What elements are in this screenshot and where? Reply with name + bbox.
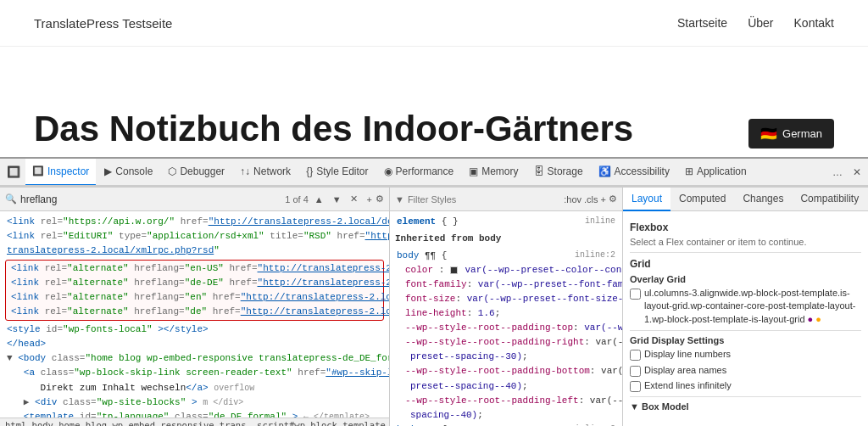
html-line: <link rel="EditURI" type="application/rs…: [5, 229, 384, 244]
devtools-container: 🔲 🔲 Inspector ▶ Console ⬡ Debugger ↑↓ Ne…: [0, 157, 868, 426]
css-prop-line: font-family: var(--wp--preset--font-fami…: [395, 277, 617, 292]
css-prop-line: font-size: var(--wp--preset--font-size--…: [395, 292, 617, 306]
css-plus-button[interactable]: +: [601, 194, 606, 205]
tab-application[interactable]: ⊞ Application: [678, 159, 754, 186]
overlay-grid-title: Overlay Grid: [630, 274, 861, 284]
devtools-toolbar: 🔲 🔲 Inspector ▶ Console ⬡ Debugger ↑↓ Ne…: [0, 159, 868, 186]
html-content: <link rel="https://api.w.org/" href="htt…: [0, 211, 389, 418]
css-prop-line: preset--spacing--30);: [395, 350, 617, 364]
display-area-names-label: Display area names: [644, 364, 726, 377]
css-prop-line: spacing--40);: [395, 408, 617, 423]
grid-title: Grid: [630, 258, 861, 270]
tab-memory[interactable]: ▣ Memory: [462, 159, 525, 186]
search-prev-button[interactable]: ▲: [312, 193, 326, 205]
tab-console[interactable]: ▶ Console: [97, 159, 159, 186]
css-toolbar: ▼ :hov .cls + ⚙: [390, 188, 622, 211]
search-next-button[interactable]: ▼: [330, 193, 344, 205]
purple-dot-icon: ●: [808, 314, 814, 324]
hreflang-highlight-box: <link rel="alternate" hreflang="en-US" h…: [5, 260, 384, 321]
tab-inspector[interactable]: 🔲 Inspector: [25, 159, 96, 186]
html-line: ▶ <div class="wp-site-blocks" > m </div>: [5, 395, 384, 410]
search-close-button[interactable]: ✕: [348, 193, 360, 205]
html-line: translatepress-2.local/xmlrpc.php?rsd": [5, 244, 384, 258]
german-flag-icon: 🇩🇪: [760, 126, 777, 142]
right-panel-tabs: Layout Computed Changes Compatibility F: [623, 188, 868, 211]
overlay-grid-item: ul.columns-3.alignwide.wp-block-post-tem…: [630, 287, 861, 326]
css-line: body ¶¶ { inline:2: [395, 249, 617, 263]
devtools-toolbar-right: … ✕: [829, 165, 865, 180]
css-settings-icon[interactable]: ⚙: [609, 193, 617, 205]
css-cls-button[interactable]: .cls: [584, 194, 598, 205]
css-toolbar-icons: :hov .cls + ⚙: [564, 193, 617, 205]
css-prop-line: --wp--style--root--padding-right: var(--…: [395, 335, 617, 350]
devtools-close-button[interactable]: ✕: [849, 165, 865, 180]
css-line: body ¶¶ { inline:2: [395, 423, 617, 426]
display-line-numbers-checkbox[interactable]: [630, 350, 641, 361]
network-icon: ↑↓: [240, 165, 250, 177]
css-prop-line: color : var(--wp--preset--color--contras…: [395, 263, 617, 277]
html-line: Direkt zum Inhalt wechseln</a> overflow: [5, 381, 384, 395]
css-color-swatch[interactable]: [450, 266, 458, 274]
html-search-icon: 🔍: [5, 193, 17, 205]
tab-layout[interactable]: Layout: [623, 188, 670, 211]
overlay-grid-label: ul.columns-3.alignwide.wp-block-post-tem…: [644, 287, 861, 326]
german-label: German: [782, 127, 822, 140]
nav-startseite[interactable]: Startseite: [677, 16, 727, 30]
tab-network[interactable]: ↑↓ Network: [233, 159, 298, 186]
html-line: ▼ <body class="home blog wp-embed-respon…: [5, 351, 384, 366]
css-prop-line: --wp--style--root--padding-bottom: var(-…: [395, 364, 617, 378]
display-line-numbers-row: Display line numbers: [630, 348, 861, 361]
html-line: <style id="wp-fonts-local" ></style>: [5, 322, 384, 337]
html-search-input[interactable]: [20, 193, 281, 205]
overlay-grid-checkbox[interactable]: [630, 289, 641, 300]
css-hov-button[interactable]: :hov: [564, 194, 581, 205]
tab-debugger[interactable]: ⬡ Debugger: [161, 159, 231, 186]
display-area-names-checkbox[interactable]: [630, 366, 641, 377]
inspector-icon: 🔲: [32, 165, 44, 177]
html-toolbar-add[interactable]: +: [367, 194, 372, 205]
extend-lines-row: Extend lines infinitely: [630, 379, 861, 392]
html-search-count: 1 of 4: [285, 194, 309, 205]
html-toolbar-settings[interactable]: ⚙: [376, 193, 384, 205]
right-panel-content: Flexbox Select a Flex container or item …: [623, 211, 868, 426]
inspector-pick-icon[interactable]: 🔲: [3, 164, 24, 180]
html-line-hreflang-3: <link rel="alternate" hreflang="en" href…: [9, 290, 380, 305]
nav-kontakt[interactable]: Kontakt: [794, 16, 834, 30]
divider: [630, 330, 861, 331]
german-badge: 🇩🇪 German: [748, 119, 834, 149]
divider: [630, 396, 861, 397]
tab-style-editor[interactable]: {} Style Editor: [299, 159, 375, 186]
tab-computed[interactable]: Computed: [670, 188, 734, 211]
css-prop-line: --wp--style--root--padding-top: var(--wp…: [395, 321, 617, 335]
performance-icon: ◉: [384, 165, 392, 177]
tab-accessibility[interactable]: ♿ Accessibility: [592, 159, 676, 186]
tab-performance[interactable]: ◉ Performance: [377, 159, 461, 186]
orange-dot-icon: ●: [815, 314, 821, 324]
box-model-title: ▼ Box Model: [630, 401, 861, 412]
css-filter-input[interactable]: [408, 194, 525, 205]
panel-right: Layout Computed Changes Compatibility F …: [623, 188, 868, 426]
devtools-more-button[interactable]: …: [829, 165, 846, 180]
css-inherited-label: Inherited from body: [395, 232, 617, 246]
website-bar: TranslatePress Testseite Startseite Über…: [0, 0, 868, 47]
flexbox-title: Flexbox: [630, 221, 861, 233]
html-breadcrumb: html body.home.blog.wp-embed-responsive.…: [0, 418, 389, 426]
tab-compatibility[interactable]: Compatibility: [792, 188, 867, 211]
html-line: <template id="tp-language" class="de_DE_…: [5, 410, 384, 418]
css-prop-line: line-height: 1.6;: [395, 306, 617, 321]
accessibility-icon: ♿: [598, 165, 611, 177]
application-icon: ⊞: [685, 165, 693, 177]
storage-icon: 🗄: [534, 165, 544, 177]
extend-lines-label: Extend lines infinitely: [644, 379, 732, 392]
tab-storage[interactable]: 🗄 Storage: [527, 159, 590, 186]
panel-css: ▼ :hov .cls + ⚙ element { } inline: [390, 188, 623, 426]
main-content: Das Notizbuch des Indoor-Gärtners 🇩🇪 Ger…: [0, 47, 868, 157]
devtools-panels: 🔍 1 of 4 ▲ ▼ ✕ + ⚙ <link rel="https://ap…: [0, 186, 868, 426]
page-heading: Das Notizbuch des Indoor-Gärtners: [34, 109, 633, 149]
tab-changes[interactable]: Changes: [734, 188, 792, 211]
extend-lines-checkbox[interactable]: [630, 381, 641, 392]
css-prop-line: preset--spacing--40);: [395, 379, 617, 394]
nav-uber[interactable]: Über: [748, 16, 773, 30]
style-editor-icon: {}: [306, 165, 313, 177]
console-icon: ▶: [104, 165, 112, 177]
